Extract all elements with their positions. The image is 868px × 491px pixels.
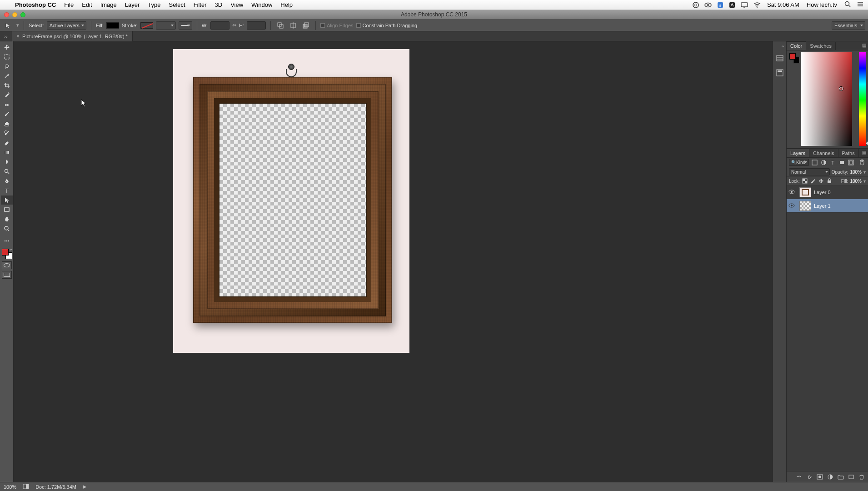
path-selection-tool-icon[interactable] xyxy=(1,195,13,205)
link-wh-icon[interactable]: ⇔ xyxy=(232,22,236,28)
blur-tool-icon[interactable] xyxy=(1,157,13,166)
screen-mode-icon[interactable] xyxy=(2,271,12,279)
status-preview-icon[interactable] xyxy=(23,484,29,490)
adjustment-layer-icon[interactable] xyxy=(827,473,834,481)
color-field[interactable] xyxy=(801,52,852,146)
healing-brush-tool-icon[interactable] xyxy=(1,100,13,109)
channels-tab[interactable]: Channels xyxy=(809,149,838,157)
paths-tab[interactable]: Paths xyxy=(838,149,859,157)
menu-window[interactable]: Window xyxy=(247,1,276,8)
path-ops-combine-icon[interactable] xyxy=(275,21,285,30)
history-panel-icon[interactable] xyxy=(775,53,785,63)
group-icon[interactable] xyxy=(837,473,844,481)
blend-mode-dropdown[interactable]: Normal xyxy=(789,168,830,175)
menu-view[interactable]: View xyxy=(226,1,247,8)
menu-site[interactable]: HowTech.tv xyxy=(803,1,841,8)
edit-toolbar-icon[interactable] xyxy=(1,236,13,246)
menu-layer[interactable]: Layer xyxy=(121,1,144,8)
path-align-icon[interactable] xyxy=(288,21,298,30)
layers-panel-menu-icon[interactable]: ▤ xyxy=(862,150,866,155)
properties-panel-icon[interactable] xyxy=(775,68,785,78)
document-canvas[interactable] xyxy=(173,49,409,353)
stroke-style-dropdown[interactable] xyxy=(179,21,192,30)
opacity-value[interactable]: 100% xyxy=(850,170,862,175)
path-arrange-icon[interactable] xyxy=(301,21,311,30)
align-edges-checkbox[interactable]: Align Edges xyxy=(320,23,354,28)
color-fg-bg[interactable]: ⤺ xyxy=(1,248,13,260)
canvas-area[interactable] xyxy=(14,41,773,482)
layer-fill-value[interactable]: 100% xyxy=(850,179,862,184)
menu-clock[interactable]: Sat 9:06 AM xyxy=(763,1,803,8)
clone-stamp-tool-icon[interactable] xyxy=(1,119,13,128)
eraser-tool-icon[interactable] xyxy=(1,138,13,147)
layer-row[interactable]: Layer 0 xyxy=(787,185,868,199)
status-app1-icon[interactable]: s xyxy=(714,2,726,8)
lock-transparent-icon[interactable] xyxy=(802,178,808,184)
quick-mask-icon[interactable] xyxy=(2,261,12,269)
app-name-menu[interactable]: Photoshop CC xyxy=(11,1,60,8)
move-tool-icon[interactable] xyxy=(1,43,13,52)
magic-wand-tool-icon[interactable] xyxy=(1,71,13,80)
document-tab[interactable]: × PictureFrame.psd @ 100% (Layer 1, RGB/… xyxy=(12,31,133,41)
eyedropper-tool-icon[interactable] xyxy=(1,90,13,100)
gradient-tool-icon[interactable] xyxy=(1,148,13,157)
dock-expand-icon[interactable]: ‹‹ xyxy=(773,44,786,49)
window-close-button[interactable] xyxy=(4,12,9,17)
layer-row[interactable]: Layer 1 xyxy=(787,199,868,213)
window-minimize-button[interactable] xyxy=(12,12,17,17)
layer-thumbnail[interactable] xyxy=(799,201,811,211)
zoom-tool-icon[interactable] xyxy=(1,224,13,233)
layer-filter-kind[interactable]: 🔍Kind xyxy=(789,159,809,166)
menu-select[interactable]: Select xyxy=(165,1,189,8)
foreground-color-swatch[interactable] xyxy=(2,249,9,256)
status-app2-icon[interactable] xyxy=(726,2,738,8)
layer-style-icon[interactable]: fx xyxy=(806,473,813,481)
current-tool-icon[interactable] xyxy=(3,21,14,30)
menu-image[interactable]: Image xyxy=(96,1,121,8)
filter-pixel-icon[interactable] xyxy=(811,159,818,165)
stroke-swatch[interactable] xyxy=(140,22,153,29)
select-dropdown[interactable]: Active Layers xyxy=(47,21,86,30)
layer-name[interactable]: Layer 1 xyxy=(814,203,831,209)
fill-swatch[interactable] xyxy=(106,22,119,29)
width-field[interactable] xyxy=(210,21,229,30)
filter-adjust-icon[interactable] xyxy=(820,159,827,165)
layer-thumbnail[interactable] xyxy=(799,187,811,197)
lock-all-icon[interactable] xyxy=(826,178,833,184)
menu-3d[interactable]: 3D xyxy=(211,1,227,8)
link-layers-icon[interactable] xyxy=(795,473,803,481)
layer-visibility-icon[interactable] xyxy=(787,203,797,209)
menu-edit[interactable]: Edit xyxy=(78,1,96,8)
type-tool-icon[interactable]: T xyxy=(1,186,13,195)
marquee-tool-icon[interactable] xyxy=(1,52,13,61)
spotlight-icon[interactable] xyxy=(841,1,854,9)
swap-colors-icon[interactable]: ⤺ xyxy=(10,248,13,252)
zoom-level[interactable]: 100% xyxy=(4,484,16,490)
filter-shape-icon[interactable] xyxy=(838,159,845,165)
tab-bar-collapse-icon[interactable]: ›› xyxy=(0,34,12,39)
menu-filter[interactable]: Filter xyxy=(190,1,211,8)
lock-image-icon[interactable] xyxy=(810,178,816,184)
layer-mask-icon[interactable] xyxy=(816,473,823,481)
tab-close-icon[interactable]: × xyxy=(16,33,20,40)
color-tab[interactable]: Color xyxy=(787,41,806,50)
notification-center-icon[interactable] xyxy=(854,1,868,8)
filter-toggle-icon[interactable] xyxy=(858,159,866,165)
brush-tool-icon[interactable] xyxy=(1,110,13,119)
hand-tool-icon[interactable] xyxy=(1,215,13,224)
height-field[interactable] xyxy=(247,21,266,30)
status-more-icon[interactable]: ▶ xyxy=(83,484,86,490)
layer-visibility-icon[interactable] xyxy=(787,190,797,195)
rectangle-tool-icon[interactable] xyxy=(1,205,13,214)
crop-tool-icon[interactable] xyxy=(1,81,13,90)
delete-layer-icon[interactable] xyxy=(858,473,865,481)
layers-tab[interactable]: Layers xyxy=(787,149,809,157)
layer-name[interactable]: Layer 0 xyxy=(814,190,831,195)
stroke-width-dropdown[interactable] xyxy=(156,21,176,30)
status-display-icon[interactable] xyxy=(738,2,751,8)
color-panel-fgbg[interactable] xyxy=(789,53,799,63)
constrain-path-checkbox[interactable]: Constrain Path Dragging xyxy=(356,23,417,28)
workspace-switcher[interactable]: Essentials xyxy=(832,21,865,30)
menu-help[interactable]: Help xyxy=(276,1,297,8)
color-panel-menu-icon[interactable]: ▤ xyxy=(862,43,866,48)
